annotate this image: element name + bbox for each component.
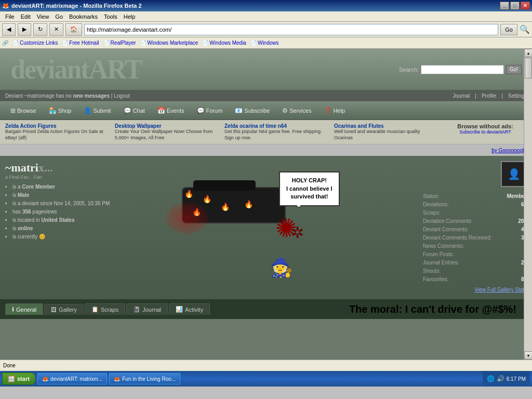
- fire-3: 🔥: [221, 203, 230, 211]
- link-icon: 📄: [62, 40, 68, 46]
- da-ad-title-2[interactable]: Zelda ocarina of time n64: [224, 123, 324, 129]
- stats-row-dev-comments: Deviation Comments: 205: [423, 217, 527, 225]
- search-icon: 🔍: [520, 24, 530, 34]
- da-tab-scraps[interactable]: 📋 Scraps: [85, 303, 125, 315]
- scroll-down-button[interactable]: ▼: [524, 351, 532, 360]
- link-icon: 📄: [103, 40, 110, 46]
- toolbar: ◀ ▶ ↻ ✕ 🏠 Go 🔍: [0, 22, 532, 37]
- link-realplayer[interactable]: 📄 RealPlayer: [103, 40, 136, 46]
- gallery-icon: 🖼: [51, 307, 57, 313]
- da-tab-general[interactable]: ℹ General: [5, 303, 43, 315]
- da-journal-link[interactable]: Journal: [453, 93, 470, 99]
- go-button[interactable]: Go: [500, 24, 517, 35]
- da-nav-left: Deviant ~matrixmage has no new messages …: [5, 93, 130, 99]
- menu-help[interactable]: Help: [121, 12, 139, 21]
- da-header: deviantART Search: Go!: [0, 49, 532, 90]
- link-windows-media[interactable]: 📄 Windows Media: [202, 40, 246, 46]
- da-nav-events[interactable]: 📅 Events: [152, 105, 190, 116]
- da-profile-center: HOLY CRAP!I cannot believe Isurvived tha…: [140, 161, 418, 294]
- da-bottom-tabs: ℹ General 🖼 Gallery 📋 Scraps 📓 Journal 📊…: [0, 299, 532, 319]
- window-title: deviantART: matrixmage - Mozilla Firefox…: [11, 3, 142, 9]
- da-google-link[interactable]: by Goooooogle: [491, 148, 527, 153]
- forward-button[interactable]: ▶: [18, 23, 31, 36]
- stats-row-news-comments: News Comments: 4: [423, 242, 527, 250]
- browser-content: deviantART Search: Go! Deviant ~matrixma…: [0, 49, 532, 360]
- window-title-bar: 🦊 deviantART: matrixmage - Mozilla Firef…: [0, 0, 532, 11]
- link-marketplace[interactable]: 📄 Windows Marketplace: [140, 40, 198, 46]
- links-label: 🔗: [2, 40, 8, 46]
- stop-button[interactable]: ✕: [49, 23, 63, 36]
- home-button[interactable]: 🏠: [65, 23, 82, 36]
- da-ad-title-0[interactable]: Zelda Action Figures: [5, 123, 104, 129]
- da-tab-activity[interactable]: 📊 Activity: [169, 303, 210, 315]
- da-nav-forum[interactable]: 💬 Forum: [192, 105, 228, 116]
- da-nav-shop[interactable]: 🏪 Shop: [44, 105, 77, 116]
- link-customize[interactable]: 📄 Customize Links: [12, 40, 58, 46]
- da-nav-subscribe[interactable]: 📧 Subscribe: [230, 105, 275, 116]
- link-windows[interactable]: 📄 Windows: [250, 40, 279, 46]
- events-icon: 📅: [157, 107, 165, 114]
- vehicle-top: [193, 180, 256, 191]
- start-button[interactable]: 🪟 start: [2, 373, 35, 385]
- da-ad-0: Zelda Action Figures Bargain Priced Zeld…: [5, 123, 104, 141]
- firefox-taskbar-icon-1: 🦊: [114, 376, 120, 382]
- fire-2: 🔥: [203, 195, 211, 203]
- minimize-button[interactable]: _: [500, 2, 509, 10]
- particle-effect: · · · · · ·· · · ·· · · · · · ·: [156, 208, 191, 222]
- stats-row-forum-posts: Forum Posts: 0: [423, 250, 527, 259]
- back-button[interactable]: ◀: [2, 23, 16, 36]
- window-controls: _ □ ✕: [500, 2, 530, 10]
- menu-bookmarks[interactable]: Bookmarks: [66, 12, 101, 21]
- da-logout-link[interactable]: Logout: [114, 93, 130, 99]
- da-ad-3: Ocarinas and Flutes Well tuned and weara…: [334, 123, 433, 141]
- taskbar-btn-0[interactable]: 🦊 deviantART: matrixm...: [37, 373, 107, 384]
- menu-tools[interactable]: Tools: [101, 12, 121, 21]
- da-no-ads-sub[interactable]: Subscribe to deviantART: [444, 129, 527, 135]
- da-ads-bar: Zelda Action Figures Bargain Priced Zeld…: [0, 120, 532, 144]
- da-tab-journal[interactable]: 📓 Journal: [126, 303, 168, 315]
- da-search-input[interactable]: [421, 65, 504, 74]
- da-profile-left: ~matrix... a Final Fan... Fan is a Core …: [5, 161, 135, 294]
- da-ad-title-3[interactable]: Ocarinas and Flutes: [334, 123, 433, 129]
- da-nav-help[interactable]: ❓ Help: [318, 105, 350, 116]
- da-username-link[interactable]: matrixmage: [28, 93, 55, 99]
- da-view-full-stats[interactable]: View Full Gallery Stats: [475, 287, 527, 292]
- link-hotmail[interactable]: 📄 Free Hotmail: [62, 40, 99, 46]
- address-input[interactable]: [84, 24, 498, 35]
- shop-icon: 🏪: [49, 107, 57, 114]
- da-search-go[interactable]: Go!: [506, 65, 522, 74]
- activity-icon: 📊: [176, 306, 183, 313]
- status-text: Done: [3, 363, 529, 368]
- menu-go[interactable]: Go: [52, 12, 66, 21]
- scroll-up-button[interactable]: ▲: [524, 49, 532, 57]
- scroll-thumb[interactable]: [525, 58, 532, 78]
- da-google-bar: by Goooooogle: [0, 144, 532, 156]
- help-icon: ❓: [324, 107, 331, 114]
- taskbar-btn-1[interactable]: 🦊 Fun in the Living Roo...: [109, 373, 180, 384]
- da-nav-services[interactable]: ⚙ Services: [277, 105, 316, 116]
- links-bar: 🔗 📄 Customize Links 📄 Free Hotmail 📄 Rea…: [0, 37, 532, 49]
- profile-info-item: is a deviant since Nov 14, 2005, 10:36 P…: [5, 200, 135, 208]
- reload-button[interactable]: ↻: [33, 23, 47, 36]
- stats-row-favourites: Favourites: 80: [423, 275, 527, 284]
- taskbar: 🪟 start 🦊 deviantART: matrixm... 🦊 Fun i…: [0, 371, 532, 387]
- maximize-button[interactable]: □: [510, 2, 520, 10]
- menu-view[interactable]: View: [34, 12, 52, 21]
- menu-file[interactable]: File: [2, 12, 18, 21]
- da-ad-title-1[interactable]: Desktop Wallpaper: [115, 123, 214, 129]
- menu-edit[interactable]: Edit: [18, 12, 34, 21]
- da-nav-browse[interactable]: ⊞ Browse: [5, 105, 42, 116]
- close-button[interactable]: ✕: [521, 2, 530, 10]
- da-profile-link[interactable]: Profile: [482, 93, 496, 99]
- da-nav-bar: Deviant ~matrixmage has no new messages …: [0, 90, 532, 101]
- stats-row-status: Status: Member: [423, 192, 527, 201]
- da-nav-chat[interactable]: 💬 Chat: [118, 105, 150, 116]
- stats-row-scraps: Scraps: 1: [423, 209, 527, 217]
- link-icon: 📄: [250, 40, 257, 46]
- da-nav-submit[interactable]: 👤 Submit: [78, 105, 116, 116]
- scrollbar[interactable]: ▲ ▼: [524, 49, 532, 360]
- da-tab-gallery[interactable]: 🖼 Gallery: [44, 304, 84, 315]
- stats-row-deviations: Deviations: 62: [423, 201, 527, 209]
- stats-row-journal-entries: Journal Entries: 26: [423, 259, 527, 267]
- da-subtitle: a Final Fan... Fan: [5, 175, 135, 180]
